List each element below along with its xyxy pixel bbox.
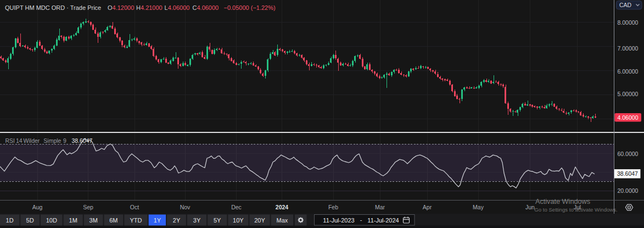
svg-text:5.00000: 5.00000	[618, 91, 639, 97]
svg-text:14: 14	[16, 137, 23, 144]
svg-text:5D: 5D	[26, 217, 34, 224]
svg-text:Go to Settings to activate Win: Go to Settings to activate Windows.	[534, 207, 617, 213]
svg-text:5Y: 5Y	[214, 217, 221, 224]
svg-text:Jun: Jun	[525, 204, 535, 210]
svg-text:3Y: 3Y	[193, 217, 201, 224]
svg-text:1Y: 1Y	[154, 217, 161, 224]
svg-text:7.00000: 7.00000	[618, 45, 639, 52]
svg-text:Max: Max	[277, 217, 288, 224]
svg-text:10D: 10D	[46, 217, 57, 224]
svg-text:1M: 1M	[69, 217, 77, 224]
svg-text:20.0000: 20.0000	[618, 187, 639, 194]
svg-text:1D: 1D	[6, 217, 14, 224]
svg-text:Sep: Sep	[83, 204, 93, 210]
svg-text:6M: 6M	[109, 217, 117, 224]
svg-text:2Y: 2Y	[173, 217, 181, 224]
svg-text:8.00000: 8.00000	[618, 19, 639, 26]
svg-text:Mar: Mar	[375, 204, 385, 210]
svg-text:Simple: Simple	[43, 137, 61, 144]
svg-text:60.0000: 60.0000	[618, 151, 639, 157]
svg-text:QUIPT HM MDC ORD · Trade Price: QUIPT HM MDC ORD · Trade Price	[5, 4, 101, 11]
svg-text:9: 9	[63, 137, 66, 144]
svg-text:11-Jul-2023: 11-Jul-2023	[323, 217, 354, 224]
svg-text:O4.12000: O4.12000	[108, 4, 134, 11]
svg-text:CAD: CAD	[619, 2, 632, 8]
svg-text:4.06000: 4.06000	[618, 114, 639, 121]
svg-text:10Y: 10Y	[233, 217, 244, 224]
svg-text:3M: 3M	[89, 217, 98, 224]
svg-text:Wilder: Wilder	[24, 137, 40, 144]
svg-text:2024: 2024	[276, 204, 289, 210]
svg-text:Aug: Aug	[32, 204, 43, 210]
svg-text:-: -	[360, 216, 362, 223]
svg-text:20Y: 20Y	[254, 217, 265, 224]
svg-text:Activate Windows: Activate Windows	[535, 198, 590, 205]
svg-text:Nov: Nov	[180, 204, 191, 210]
svg-text:38.6047: 38.6047	[617, 170, 638, 177]
svg-text:L4.06000: L4.06000	[165, 4, 190, 11]
svg-text:38.6047: 38.6047	[71, 137, 92, 144]
svg-text:Oct: Oct	[130, 204, 139, 210]
svg-text:Dec: Dec	[231, 204, 242, 210]
svg-text:−0.05000 (−1.22%): −0.05000 (−1.22%)	[224, 4, 276, 11]
svg-text:H4.21000: H4.21000	[136, 4, 163, 11]
svg-text:Apr: Apr	[423, 204, 432, 210]
svg-text:6.00000: 6.00000	[618, 68, 639, 75]
svg-text:C4.06000: C4.06000	[193, 4, 219, 11]
svg-text:May: May	[473, 204, 484, 210]
svg-text:YTD: YTD	[130, 217, 142, 224]
svg-text:Feb: Feb	[328, 204, 338, 210]
svg-text:RSI: RSI	[5, 137, 15, 144]
svg-text:11-Jul-2024: 11-Jul-2024	[367, 217, 399, 224]
